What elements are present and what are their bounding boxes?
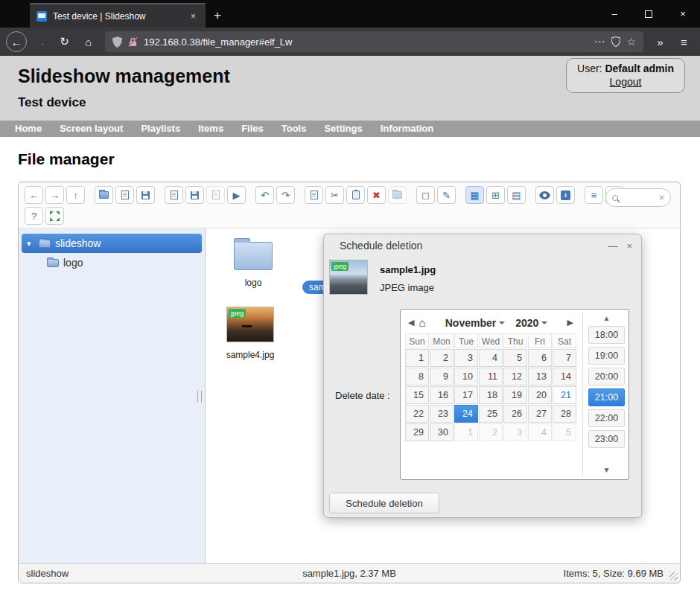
info-button[interactable]: i bbox=[556, 186, 575, 204]
calendar-day-6[interactable]: 6 bbox=[528, 349, 552, 367]
calendar-day-7[interactable]: 7 bbox=[553, 349, 576, 367]
menu-item-information[interactable]: Information bbox=[372, 121, 443, 137]
back-button[interactable]: ← bbox=[25, 186, 43, 204]
menu-item-items[interactable]: Items bbox=[189, 121, 232, 137]
dialog-close-icon[interactable]: × bbox=[626, 240, 632, 252]
calendar-day-9[interactable]: 9 bbox=[430, 368, 454, 385]
calendar-day-23[interactable]: 23 bbox=[430, 405, 454, 423]
tree-item-logo[interactable]: logo bbox=[20, 253, 203, 272]
calendar-day-27[interactable]: 27 bbox=[528, 405, 552, 423]
sort-button[interactable]: ≡ bbox=[585, 186, 603, 204]
calendar-day-14[interactable]: 14 bbox=[553, 368, 576, 385]
redo-button[interactable]: ↷ bbox=[276, 186, 295, 204]
calendar-day-29[interactable]: 29 bbox=[405, 423, 429, 441]
calendar-day-21[interactable]: 21 bbox=[553, 386, 576, 404]
select-all-button[interactable]: ◻ bbox=[416, 186, 435, 204]
calendar-day-16[interactable]: 16 bbox=[430, 386, 454, 404]
calendar-day-19[interactable]: 19 bbox=[503, 386, 527, 404]
time-slot-18:00[interactable]: 18:00 bbox=[588, 326, 625, 344]
insecure-lock-icon[interactable] bbox=[128, 36, 138, 48]
window-minimize-button[interactable]: – bbox=[597, 0, 631, 28]
up-button[interactable]: ↑ bbox=[66, 186, 85, 204]
tree-item-slideshow[interactable]: ▾ slideshow bbox=[22, 234, 202, 253]
menu-item-home[interactable]: Home bbox=[6, 121, 51, 137]
menu-item-screen-layout[interactable]: Screen layout bbox=[51, 121, 132, 137]
delete-button[interactable]: ✖ bbox=[367, 186, 386, 204]
calendar-day-28[interactable]: 28 bbox=[553, 405, 576, 423]
calendar-day-15[interactable]: 15 bbox=[405, 386, 429, 404]
view-list-button[interactable]: ▤ bbox=[507, 186, 526, 204]
calendar-day-30[interactable]: 30 bbox=[430, 423, 454, 441]
new-file-button[interactable] bbox=[115, 186, 134, 204]
upload-button[interactable] bbox=[136, 186, 155, 204]
view-compact-button[interactable]: ⊞ bbox=[486, 186, 505, 204]
calendar-day-11[interactable]: 11 bbox=[479, 368, 503, 385]
cut-button[interactable]: ✂ bbox=[325, 186, 344, 204]
menu-item-files[interactable]: Files bbox=[232, 121, 273, 137]
resize-grip[interactable] bbox=[669, 572, 678, 580]
browser-tab[interactable]: Test device | Slideshow × bbox=[30, 3, 206, 28]
calendar-day-3[interactable]: 3 bbox=[454, 349, 478, 367]
search-box[interactable]: × bbox=[605, 188, 671, 207]
window-close-button[interactable]: × bbox=[666, 0, 700, 28]
calendar-day-24[interactable]: 24 bbox=[454, 405, 478, 423]
tree-caret-icon[interactable]: ▾ bbox=[27, 239, 34, 249]
calendar-day-17[interactable]: 17 bbox=[454, 386, 478, 404]
play-button[interactable]: ▶ bbox=[227, 186, 246, 204]
window-maximize-button[interactable] bbox=[631, 0, 666, 28]
url-text[interactable]: 192.168.0.38/file_manager#elf_Lw bbox=[144, 36, 588, 48]
tracking-shield-icon[interactable] bbox=[112, 36, 122, 48]
url-bar[interactable]: 192.168.0.38/file_manager#elf_Lw ⋯ ☆ bbox=[105, 31, 643, 52]
overflow-chevron-button[interactable]: » bbox=[650, 32, 670, 52]
month-select[interactable]: November bbox=[445, 317, 505, 329]
reload-button[interactable]: ↻ bbox=[54, 32, 74, 52]
view-icons-button[interactable]: ▦ bbox=[465, 186, 484, 204]
search-clear-icon[interactable]: × bbox=[659, 193, 664, 203]
edit-button[interactable]: ✎ bbox=[437, 186, 456, 204]
next-month-button[interactable]: ▶ bbox=[565, 318, 576, 327]
calendar-day-4[interactable]: 4 bbox=[479, 349, 503, 367]
file-item-sample4[interactable]: jpeg sample4.jpg bbox=[213, 307, 287, 361]
search-input[interactable] bbox=[622, 193, 652, 203]
back-button[interactable]: ← bbox=[6, 31, 27, 52]
purge-button[interactable] bbox=[388, 186, 407, 204]
calendar-day-20[interactable]: 20 bbox=[528, 386, 552, 404]
time-slot-22:00[interactable]: 22:00 bbox=[588, 409, 625, 427]
year-select[interactable]: 2020 bbox=[515, 317, 547, 329]
file-item-logo[interactable]: logo bbox=[216, 237, 290, 289]
fullscreen-button[interactable] bbox=[45, 207, 64, 225]
time-slot-23:00[interactable]: 23:00 bbox=[588, 430, 625, 448]
prev-month-button[interactable]: ◀ bbox=[406, 318, 416, 327]
calendar-day-8[interactable]: 8 bbox=[405, 368, 429, 385]
calendar-day-10[interactable]: 10 bbox=[454, 368, 478, 385]
calendar-day-5[interactable]: 5 bbox=[503, 349, 527, 367]
view-file-button[interactable] bbox=[206, 186, 225, 204]
tab-close-icon[interactable]: × bbox=[188, 10, 199, 23]
new-tab-button[interactable]: + bbox=[206, 3, 229, 28]
preview-button[interactable] bbox=[535, 186, 554, 204]
calendar-day-25[interactable]: 25 bbox=[479, 405, 503, 423]
copy-file-button[interactable] bbox=[165, 186, 183, 204]
home-button[interactable]: ⌂ bbox=[78, 32, 98, 52]
time-scroll-down-icon[interactable]: ▼ bbox=[588, 464, 626, 476]
permissions-shield-icon[interactable] bbox=[611, 36, 620, 47]
forward-button[interactable]: → bbox=[45, 186, 64, 204]
hamburger-menu-button[interactable]: ≡ bbox=[674, 32, 694, 52]
time-slot-19:00[interactable]: 19:00 bbox=[588, 347, 625, 365]
time-slot-20:00[interactable]: 20:00 bbox=[588, 368, 625, 385]
help-button[interactable]: ? bbox=[25, 207, 43, 225]
bookmark-star-icon[interactable]: ☆ bbox=[626, 36, 636, 48]
schedule-deletion-button[interactable]: Schedule deletion bbox=[329, 493, 439, 513]
calendar-day-18[interactable]: 18 bbox=[479, 386, 503, 404]
calendar-day-12[interactable]: 12 bbox=[503, 368, 527, 385]
paste-button[interactable] bbox=[346, 186, 365, 204]
calendar-day-13[interactable]: 13 bbox=[528, 368, 552, 385]
calendar-day-1[interactable]: 1 bbox=[405, 349, 429, 367]
time-scroll-up-icon[interactable]: ▲ bbox=[588, 313, 626, 324]
calendar-day-26[interactable]: 26 bbox=[503, 405, 527, 423]
copy-button[interactable] bbox=[305, 186, 323, 204]
logout-link[interactable]: Logout bbox=[610, 76, 642, 88]
undo-button[interactable]: ↶ bbox=[255, 186, 274, 204]
dialog-minimize-icon[interactable]: — bbox=[608, 240, 617, 252]
splitter-handle[interactable] bbox=[197, 391, 202, 403]
